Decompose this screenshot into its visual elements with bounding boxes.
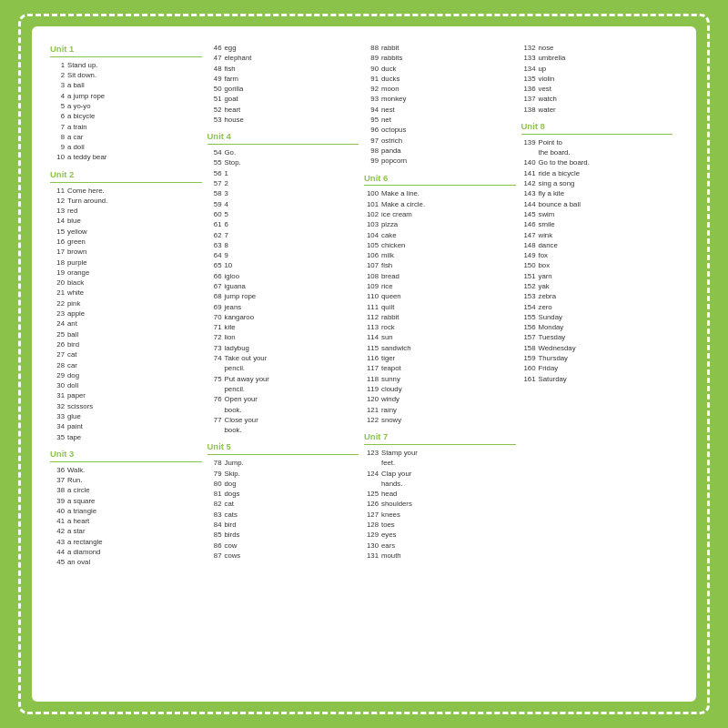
entry-number: 18	[50, 258, 65, 268]
list-item: 572	[207, 178, 359, 188]
entry-number: 35	[50, 432, 65, 442]
entry-word: knees	[381, 510, 400, 520]
list-item: 140Go to the board.	[521, 157, 673, 167]
entry-number: 128	[364, 520, 379, 530]
entry-word: orange	[67, 268, 89, 278]
entry-number: 156	[521, 322, 536, 332]
list-item: 32scissors	[50, 401, 202, 411]
unit-title: Unit 5	[207, 440, 359, 455]
entry-number: 80	[207, 479, 222, 489]
list-item: 649	[207, 250, 359, 260]
entry-word: Take out your	[225, 353, 268, 363]
entry-word: book.	[225, 425, 242, 435]
entry-number: 9	[50, 142, 65, 152]
list-item: 26bird	[50, 339, 202, 349]
list-item: 110queen	[364, 291, 516, 301]
entry-number: 107	[364, 260, 379, 270]
list-item: 139Point to	[521, 137, 673, 147]
list-item: 51goat	[207, 94, 359, 104]
list-item: 157Tuesday	[521, 332, 673, 342]
entry-number: 150	[521, 260, 536, 270]
entry-number: 83	[207, 510, 222, 520]
entry-word: 3	[225, 188, 228, 198]
list-item: 146smile	[521, 219, 673, 229]
entry-word: a ball	[67, 80, 85, 90]
entry-word: popcorn	[381, 156, 407, 166]
entry-word: up	[539, 64, 547, 74]
list-item: 123Stamp your	[364, 448, 516, 458]
list-item: 13red	[50, 206, 202, 216]
list-item: 45an oval	[50, 557, 202, 567]
entry-number: 105	[364, 240, 379, 250]
list-item: 113rock	[364, 322, 516, 332]
entry-number: 11	[50, 186, 65, 196]
entry-word: paint	[67, 421, 83, 431]
entry-word: a diamond	[67, 547, 100, 557]
entry-number: 13	[50, 206, 65, 216]
list-item: 100Make a line.	[364, 188, 516, 198]
list-item: 75Put away your	[207, 374, 359, 384]
entry-word: net	[381, 115, 391, 125]
entry-word: 5	[225, 209, 228, 219]
entry-word: Run.	[67, 475, 82, 485]
entry-word: watch	[539, 94, 557, 104]
entry-number: 136	[521, 84, 536, 94]
entry-number: 142	[521, 178, 536, 188]
entry-number: 148	[521, 240, 536, 250]
list-item: 35tape	[50, 432, 202, 442]
list-item: 594	[207, 199, 359, 209]
list-item: 24ant	[50, 318, 202, 329]
entry-word: nest	[381, 105, 395, 115]
entry-word: kite	[225, 322, 236, 332]
list-item: 2Sit down.	[50, 70, 202, 80]
entry-word: octopus	[381, 125, 406, 135]
entry-word: goat	[225, 94, 238, 104]
entry-number: 120	[364, 394, 379, 404]
entry-word: Make a circle.	[381, 199, 425, 209]
list-item: 49farm	[207, 74, 359, 84]
entry-number: 48	[207, 64, 222, 74]
list-item: 53house	[207, 115, 359, 125]
list-item: 27cat	[50, 349, 202, 359]
entry-number: 24	[50, 318, 65, 329]
list-item: 159Thursday	[521, 353, 673, 363]
list-item: 115sandwich	[364, 343, 516, 353]
entry-number: 57	[207, 178, 222, 188]
list-item: book.	[207, 405, 359, 415]
list-item: 133umbrella	[521, 53, 673, 63]
entry-word: red	[67, 206, 77, 216]
entry-number: 36	[50, 465, 65, 475]
entry-word: birds	[225, 530, 240, 540]
entry-word: ride a bicycle	[539, 168, 581, 178]
entry-number: 104	[364, 230, 379, 240]
entry-word: jump rope	[225, 291, 257, 301]
unit-title: Unit 6	[364, 172, 516, 187]
entry-number: 132	[521, 43, 536, 53]
entry-number: 25	[50, 329, 65, 339]
list-item: 105chicken	[364, 240, 516, 250]
entry-word: cat	[225, 499, 234, 509]
list-item: 66igloo	[207, 271, 359, 281]
entry-word: green	[67, 237, 86, 247]
entry-number: 149	[521, 250, 536, 260]
entry-word: ducks	[381, 74, 399, 84]
entry-word: the board.	[539, 147, 571, 157]
list-item: 72lion	[207, 332, 359, 342]
entry-number: 123	[364, 448, 379, 458]
list-item: 7a train	[50, 122, 202, 132]
list-item: 38a circle	[50, 485, 202, 495]
entry-word: cloudy	[381, 384, 402, 394]
entry-number: 147	[521, 230, 536, 240]
inner-card: Unit 11Stand up.2Sit down.3a ball4a jump…	[32, 26, 696, 702]
entry-word: Friday	[539, 363, 559, 373]
list-item: 43a rectangle	[50, 537, 202, 547]
entry-word: windy	[381, 394, 399, 404]
entry-word: swim	[539, 209, 555, 219]
entry-number: 34	[50, 421, 65, 431]
entry-number: 32	[50, 401, 65, 411]
list-item: 89rabbits	[364, 53, 516, 63]
entry-number: 130	[364, 541, 379, 551]
entry-number: 50	[207, 84, 222, 94]
entry-number: 129	[364, 530, 379, 540]
list-item: 25ball	[50, 329, 202, 339]
